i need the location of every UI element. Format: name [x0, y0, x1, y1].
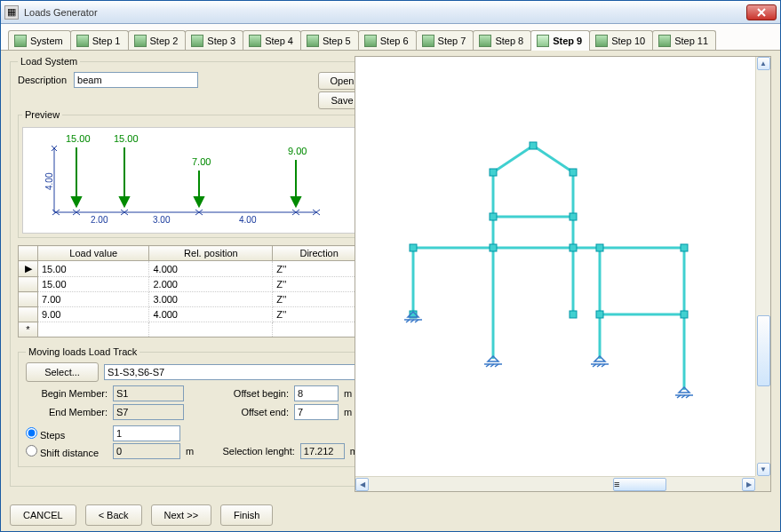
horizontal-scrollbar[interactable]: ◀ ≡ ▶	[355, 476, 755, 491]
preview-legend: Preview	[22, 109, 62, 120]
y-dim: 4.00	[44, 173, 54, 190]
cancel-button[interactable]: CANCEL	[10, 504, 76, 526]
th-ptr[interactable]	[19, 246, 38, 261]
structure-canvas[interactable]: ▲ ▼ ◀ ≡ ▶	[355, 56, 771, 492]
svg-rect-19	[490, 169, 497, 176]
tab-step-8[interactable]: Step 8	[473, 30, 531, 50]
vertical-scrollbar[interactable]: ▲ ▼	[755, 57, 770, 476]
x-dim-2: 3.00	[153, 215, 170, 225]
window-title: Loads Generator	[24, 7, 746, 18]
preview-svg	[23, 128, 325, 234]
tab-step-9[interactable]: Step 9	[530, 30, 590, 51]
loads-table[interactable]: Load value Rel. position Direction ▶15.0…	[18, 245, 366, 337]
step-icon	[76, 35, 89, 47]
svg-rect-29	[570, 311, 577, 318]
close-button[interactable]	[746, 4, 777, 20]
svg-rect-30	[596, 311, 603, 318]
tab-step-2[interactable]: Step 2	[128, 30, 187, 50]
table-row: ▶15.004.000Z''	[19, 261, 366, 277]
tab-system[interactable]: System	[8, 30, 71, 50]
selection-length-label: Selection lenght:	[203, 446, 295, 457]
offset-begin-input[interactable]	[294, 385, 339, 401]
shift-input	[113, 443, 180, 459]
footer: CANCEL < Back Next >> Finish	[1, 497, 780, 531]
track-legend: Moving loads Load Track	[26, 346, 139, 357]
step-icon	[422, 35, 434, 47]
back-button[interactable]: < Back	[85, 504, 142, 526]
app-window: ▦ Loads Generator System Step 1 Step 2 S…	[0, 0, 781, 532]
svg-rect-27	[681, 244, 688, 251]
tab-step-6[interactable]: Step 6	[358, 30, 417, 50]
step-icon	[134, 35, 147, 47]
begin-member-field	[113, 385, 184, 401]
table-row: 15.002.000Z''	[19, 277, 366, 292]
table-new-row: *	[19, 322, 366, 337]
system-icon	[14, 35, 27, 47]
shift-radio[interactable]	[26, 445, 37, 457]
left-panel: Load System Description Open Save Previe…	[10, 56, 347, 492]
scroll-thumb-v[interactable]	[757, 315, 770, 386]
step-icon	[191, 35, 203, 47]
tab-step-10[interactable]: Step 10	[589, 30, 653, 50]
step-icon	[595, 35, 608, 47]
scroll-corner	[755, 476, 770, 491]
offset-begin-label: Offset begin:	[212, 388, 289, 399]
preview-group: Preview 15.00 15.00 7.00 9.00	[18, 109, 366, 238]
svg-rect-18	[530, 142, 537, 149]
scroll-down-button[interactable]: ▼	[757, 463, 770, 476]
tabbar: System Step 1 Step 2 Step 3 Step 4 Step …	[1, 24, 780, 51]
step-icon	[537, 35, 549, 47]
tab-step-3[interactable]: Step 3	[185, 30, 243, 50]
svg-rect-31	[681, 311, 688, 318]
steps-radio-wrap[interactable]: Steps	[26, 427, 108, 441]
finish-button[interactable]: Finish	[220, 504, 273, 526]
x-dim-3: 4.00	[239, 215, 256, 225]
selection-input[interactable]	[104, 364, 358, 380]
steps-input[interactable]	[113, 425, 180, 441]
step-icon	[479, 35, 491, 47]
svg-rect-26	[596, 244, 603, 251]
description-label: Description	[18, 75, 67, 85]
unit-m: m	[186, 446, 198, 457]
selection-length-field	[300, 443, 345, 459]
step-icon	[249, 35, 261, 47]
tab-step-11[interactable]: Step 11	[652, 30, 716, 50]
th-dir[interactable]: Direction	[273, 246, 366, 261]
select-button[interactable]: Select...	[26, 362, 99, 382]
end-member-field	[113, 404, 184, 420]
scroll-up-button[interactable]: ▲	[757, 57, 770, 70]
tab-step-1[interactable]: Step 1	[70, 30, 129, 50]
step-icon	[364, 35, 377, 47]
x-dim-1: 2.00	[91, 215, 108, 225]
tab-step-5[interactable]: Step 5	[300, 30, 359, 50]
tab-step-7[interactable]: Step 7	[416, 30, 474, 50]
scroll-left-button[interactable]: ◀	[355, 478, 369, 491]
structure-svg	[355, 57, 746, 474]
tab-step-4[interactable]: Step 4	[243, 30, 301, 50]
table-row: 7.003.000Z''	[19, 292, 366, 307]
preview-canvas: 15.00 15.00 7.00 9.00	[22, 127, 362, 234]
svg-rect-22	[570, 213, 577, 220]
table-row: 9.004.000Z''	[19, 307, 366, 322]
content: Load System Description Open Save Previe…	[1, 51, 780, 497]
svg-rect-20	[570, 169, 577, 176]
end-member-label: End Member:	[26, 407, 108, 417]
svg-rect-25	[570, 244, 577, 251]
svg-rect-21	[490, 213, 497, 220]
svg-line-7	[533, 146, 573, 172]
scroll-right-button[interactable]: ▶	[742, 478, 755, 491]
th-load[interactable]: Load value	[38, 246, 149, 261]
scroll-thumb-h[interactable]: ≡	[613, 478, 666, 491]
load-system-group: Load System Description Open Save Previe…	[10, 56, 374, 487]
track-group: Moving loads Load Track Select... Begin …	[18, 346, 366, 467]
app-icon: ▦	[4, 5, 19, 20]
close-icon	[756, 8, 767, 17]
shift-radio-wrap[interactable]: Shift distance	[26, 445, 108, 458]
steps-radio[interactable]	[26, 427, 37, 439]
th-pos[interactable]: Rel. position	[149, 246, 273, 261]
load-system-legend: Load System	[18, 56, 80, 67]
offset-end-input[interactable]	[294, 404, 339, 420]
next-button[interactable]: Next >>	[151, 504, 212, 526]
svg-rect-24	[490, 244, 497, 251]
description-input[interactable]	[74, 72, 198, 88]
